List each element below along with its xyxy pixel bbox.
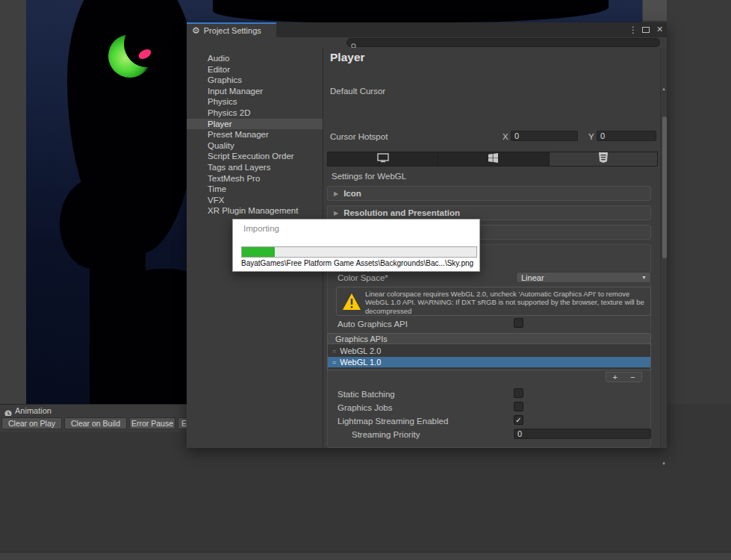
webgl-html5-icon [599, 152, 608, 166]
sidebar-item-textmesh-pro[interactable]: TextMesh Pro [187, 173, 323, 184]
sidebar-item-vfx[interactable]: VFX [187, 195, 323, 206]
settings-for-label: Settings for WebGL [332, 172, 406, 181]
window-menu-icon[interactable]: ⋮ [629, 25, 638, 35]
hotspot-x-label: X [503, 132, 508, 142]
graphics-api-row-webgl1-selected[interactable]: = WebGL 1.0 [328, 357, 650, 368]
graphics-apis-header: Graphics APIs [327, 333, 651, 344]
import-progress-fill [242, 247, 275, 257]
warning-text: Linear colorspace requires WebGL 2.0, un… [365, 290, 647, 315]
sidebar-item-audio[interactable]: Audio [187, 53, 323, 64]
lightmap-streaming-label: Lightmap Streaming Enabled [337, 417, 448, 426]
importing-dialog: Importing BayatGames\Free Platform Game … [232, 219, 480, 272]
chevron-down-icon: ▼ [641, 275, 647, 280]
lightmap-streaming-checkbox-checked[interactable]: ✓ [514, 415, 523, 425]
graphics-jobs-checkbox[interactable] [514, 402, 523, 411]
panel-scrollbar: ▲ ▼ [660, 48, 667, 448]
warning-triangle-icon [342, 293, 361, 314]
sidebar-item-time[interactable]: Time [187, 184, 323, 195]
import-path-text: BayatGames\Free Platform Game Assets\Bac… [241, 259, 477, 267]
graphics-apis-footer: + − [606, 372, 642, 382]
sidebar-item-preset-manager[interactable]: Preset Manager [187, 129, 323, 140]
scrollbar-thumb[interactable] [662, 116, 667, 258]
sidebar-item-player[interactable]: Player [187, 119, 323, 130]
remove-api-button[interactable]: − [624, 373, 642, 382]
tab-standalone[interactable] [328, 152, 438, 166]
sidebar-item-tags-and-layers[interactable]: Tags and Layers [187, 162, 323, 173]
importing-dialog-title: Importing [243, 224, 279, 233]
foldout-arrow-icon: ▶ [334, 210, 338, 217]
scroll-up-arrow[interactable]: ▲ [662, 87, 666, 91]
sidebar-item-physics-2d[interactable]: Physics 2D [187, 108, 323, 119]
status-bar [0, 552, 731, 560]
section-resolution-title: Resolution and Presentation [343, 208, 460, 217]
sidebar-item-editor[interactable]: Editor [187, 64, 323, 75]
error-pause-button[interactable]: Error Pause [129, 417, 175, 429]
maximize-icon[interactable] [642, 27, 650, 33]
tab-gear-icon: ⚙ [192, 26, 200, 35]
add-api-button[interactable]: + [606, 373, 624, 382]
section-resolution-presentation[interactable]: ▶ Resolution and Presentation [327, 205, 651, 220]
hotspot-y-field[interactable]: 0 [597, 131, 656, 141]
import-progress-bar [241, 246, 477, 258]
colorspace-warning-box: Linear colorspace requires WebGL 2.0, un… [336, 287, 651, 316]
static-batching-label: Static Batching [337, 390, 395, 399]
graphics-api-label: WebGL 2.0 [340, 346, 381, 355]
sidebar-item-xr-plugin-management[interactable]: XR Plugin Management [187, 205, 323, 217]
clear-on-build-button[interactable]: Clear on Build [64, 417, 127, 429]
section-icon[interactable]: ▶ Icon [327, 186, 651, 201]
console-toolbar: Clear on Play Clear on Build Error Pause… [0, 416, 187, 432]
clear-on-play-button[interactable]: Clear on Play [1, 417, 62, 429]
drag-handle-icon[interactable]: = [332, 358, 335, 366]
graphics-api-row-webgl2[interactable]: = WebGL 2.0 [328, 346, 650, 357]
color-space-value: Linear [521, 273, 544, 282]
drag-handle-icon[interactable]: = [332, 347, 335, 355]
monitor-icon [377, 152, 389, 166]
section-icon-title: Icon [343, 189, 361, 198]
animation-tab[interactable]: Animation [0, 404, 187, 416]
graphics-apis-list: = WebGL 2.0 = WebGL 1.0 [327, 344, 651, 370]
top-silhouette [213, 0, 609, 22]
sidebar-item-graphics[interactable]: Graphics [187, 75, 323, 86]
search-row [187, 37, 667, 48]
graphics-apis-title: Graphics APIs [335, 335, 388, 343]
auto-graphics-api-checkbox[interactable] [514, 318, 523, 328]
tab-windows-store[interactable] [438, 152, 549, 166]
window-tab-title: Project Settings [204, 26, 261, 35]
close-icon[interactable]: ✕ [656, 25, 663, 34]
graphics-jobs-label: Graphics Jobs [337, 403, 393, 413]
platform-tabs [327, 152, 658, 167]
hotspot-y-label: Y [588, 132, 594, 142]
left-rail [0, 0, 26, 404]
graphics-api-label: WebGL 1.0 [340, 358, 381, 367]
sidebar-item-physics[interactable]: Physics [187, 96, 323, 108]
sidebar-item-script-execution-order[interactable]: Script Execution Order [187, 151, 323, 162]
color-space-dropdown[interactable]: Linear ▼ [516, 272, 651, 283]
search-input[interactable] [346, 38, 660, 47]
sidebar-item-quality[interactable]: Quality [187, 140, 323, 152]
cursor-hotspot-label: Cursor Hotspot [330, 132, 388, 142]
color-space-label: Color Space* [337, 273, 388, 283]
foldout-arrow-icon: ▶ [334, 190, 338, 197]
hotspot-x-field[interactable]: 0 [511, 131, 578, 141]
windows-icon [488, 152, 498, 166]
window-titlebar: ⚙ Project Settings ⋮ ✕ [187, 22, 667, 37]
top-right-panel-edge [643, 0, 667, 21]
streaming-priority-field[interactable]: 0 [514, 429, 651, 439]
tab-webgl-selected[interactable] [550, 152, 657, 166]
default-cursor-label: Default Cursor [330, 87, 385, 96]
auto-graphics-api-label: Auto Graphics API [337, 320, 408, 329]
streaming-priority-label: Streaming Priority [352, 430, 420, 440]
sidebar-item-input-manager[interactable]: Input Manager [187, 86, 323, 97]
green-crescent-bite [124, 21, 170, 67]
page-title: Player [330, 51, 365, 64]
editor-button-clipped[interactable]: Edi [178, 417, 187, 429]
static-batching-checkbox[interactable] [514, 388, 523, 398]
scroll-down-arrow[interactable]: ▼ [662, 461, 666, 466]
project-settings-tab[interactable]: ⚙ Project Settings [187, 22, 276, 37]
animation-tab-label: Animation [15, 406, 52, 415]
